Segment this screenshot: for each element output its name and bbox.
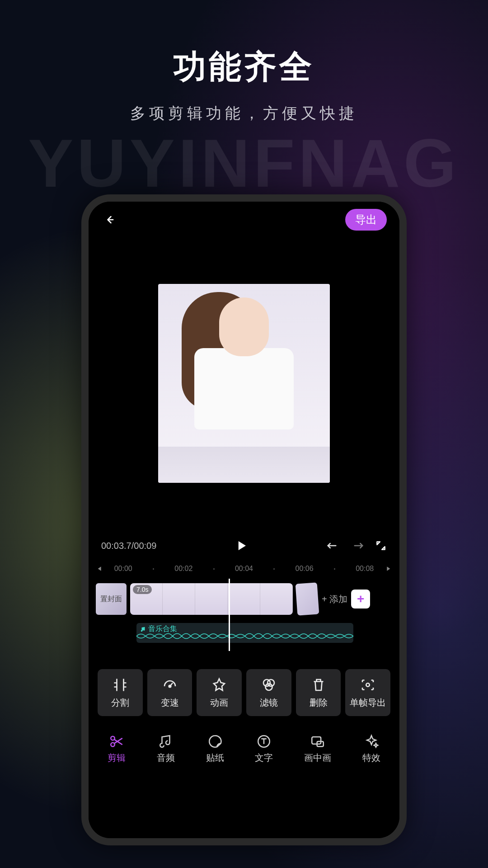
tool-label: 变速	[161, 697, 179, 709]
nav-pip[interactable]: 画中画	[304, 734, 331, 764]
nav-label: 贴纸	[206, 752, 224, 764]
arrow-left-icon	[103, 213, 116, 226]
playback-bar: 00:03.7/00:09	[89, 533, 399, 559]
ruler-mark: 00:08	[352, 565, 377, 573]
tool-label: 动画	[210, 697, 228, 709]
video-track[interactable]: 置封面 7.0s + 添加 +	[96, 581, 392, 617]
tool-label: 删除	[310, 697, 328, 709]
ruler-mark: 00:06	[292, 565, 317, 573]
timeline-ruler[interactable]: 00:00 00:02 00:04 00:06 00:08	[89, 559, 399, 579]
phone-frame: 导出 00:03.7/00:09	[81, 194, 407, 845]
bottom-nav: 剪辑 音频 贴纸 文字 画中画 特效	[89, 723, 399, 781]
svg-rect-8	[312, 737, 321, 744]
svg-point-6	[111, 742, 115, 746]
app-screen: 导出 00:03.7/00:09	[89, 202, 399, 838]
undo-button[interactable]	[326, 540, 340, 551]
nav-text[interactable]: 文字	[255, 734, 273, 764]
speed-icon	[162, 677, 178, 693]
tool-row: 分割 变速 动画 滤镜 删除 单帧导出	[89, 651, 399, 723]
step-forward-button[interactable]	[386, 566, 392, 572]
svg-point-2	[267, 679, 274, 686]
page-subheadline: 多项剪辑功能，方便又快捷	[0, 103, 488, 124]
filter-icon	[261, 677, 277, 693]
nav-effects[interactable]: 特效	[362, 734, 380, 764]
video-preview[interactable]	[89, 234, 399, 533]
step-back-button[interactable]	[96, 566, 102, 572]
svg-point-4	[366, 683, 370, 687]
text-icon	[256, 734, 272, 749]
sparkle-icon	[364, 734, 379, 749]
ruler-mark: 00:02	[171, 565, 196, 573]
split-tool[interactable]: 分割	[98, 669, 143, 716]
sticker-icon	[207, 734, 223, 749]
tool-label: 单帧导出	[350, 697, 386, 709]
set-cover-button[interactable]: 置封面	[96, 583, 127, 615]
nav-label: 特效	[362, 752, 380, 764]
tool-label: 滤镜	[260, 697, 278, 709]
background-watermark: YUYINFNAG	[0, 124, 488, 203]
svg-point-5	[111, 736, 115, 740]
add-clip-label: + 添加	[322, 593, 347, 605]
audio-track[interactable]: 音乐合集	[136, 623, 353, 643]
animation-tool[interactable]: 动画	[197, 669, 242, 716]
ruler-mark: 00:00	[111, 565, 136, 573]
page-headline: 功能齐全	[0, 45, 488, 89]
nav-label: 剪辑	[108, 752, 126, 764]
pip-icon	[310, 734, 325, 749]
time-display: 00:03.7/00:09	[101, 541, 156, 551]
tool-label: 分割	[111, 697, 129, 709]
delete-tool[interactable]: 删除	[296, 669, 341, 716]
nav-sticker[interactable]: 贴纸	[206, 734, 224, 764]
timeline-playhead[interactable]	[229, 579, 230, 651]
clip-end-thumb[interactable]	[296, 582, 319, 615]
nav-label: 画中画	[304, 752, 331, 764]
clip-duration-badge: 7.0s	[133, 585, 152, 594]
scissors-icon	[109, 734, 124, 749]
back-button[interactable]	[101, 212, 117, 228]
speed-tool[interactable]: 变速	[147, 669, 192, 716]
add-clip-button[interactable]: +	[351, 590, 370, 609]
nav-label: 文字	[255, 752, 273, 764]
frame-export-icon	[360, 677, 376, 693]
frame-export-tool[interactable]: 单帧导出	[345, 669, 390, 716]
nav-audio[interactable]: 音频	[157, 734, 175, 764]
trash-icon	[310, 677, 327, 693]
nav-label: 音频	[157, 752, 175, 764]
preview-frame	[158, 284, 330, 483]
redo-button[interactable]	[351, 540, 364, 551]
ruler-ticks: 00:00 00:02 00:04 00:06 00:08	[102, 565, 386, 573]
add-clip-area: + 添加 +	[322, 590, 370, 609]
svg-point-0	[169, 685, 171, 687]
ruler-mark: 00:04	[231, 565, 257, 573]
timeline[interactable]: 置封面 7.0s + 添加 + 音乐合集	[89, 579, 399, 651]
play-button[interactable]	[235, 539, 248, 552]
audio-waveform	[136, 631, 353, 641]
filter-tool[interactable]: 滤镜	[246, 669, 291, 716]
video-clip[interactable]: 7.0s	[130, 583, 293, 615]
svg-point-3	[265, 684, 272, 690]
top-bar: 导出	[89, 202, 399, 234]
star-icon	[211, 677, 227, 693]
export-button[interactable]: 导出	[345, 209, 387, 231]
fullscreen-button[interactable]	[375, 540, 387, 552]
nav-edit[interactable]: 剪辑	[108, 734, 126, 764]
music-icon	[158, 734, 174, 749]
split-icon	[112, 677, 128, 693]
